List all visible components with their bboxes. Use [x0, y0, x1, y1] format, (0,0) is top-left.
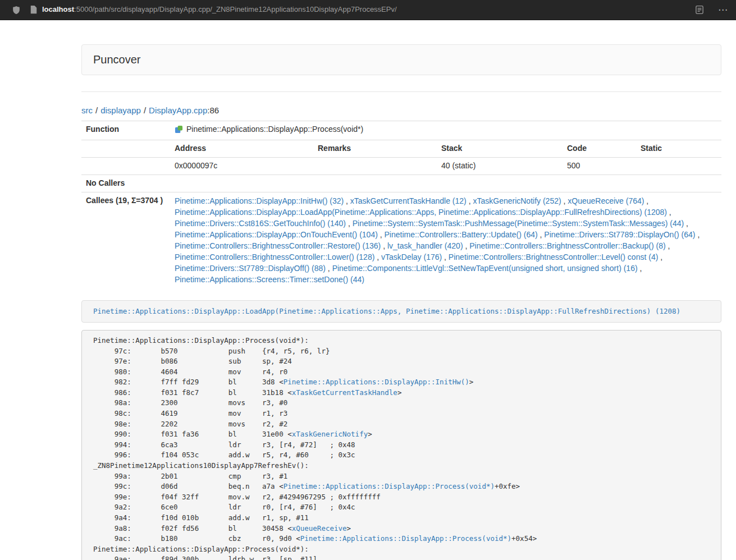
callee-link[interactable]: xQueueReceive (764) — [568, 196, 644, 205]
page-container: Puncover src/displayapp/DisplayApp.cpp:8… — [81, 44, 721, 560]
function-type-icon — [175, 125, 183, 137]
empty-cell — [81, 140, 170, 157]
breadcrumb: src/displayapp/DisplayApp.cpp:86 — [81, 104, 721, 116]
callee-link[interactable]: vTaskDelay (176) — [381, 253, 442, 261]
reader-view-icon[interactable] — [696, 6, 703, 14]
callee-link[interactable]: Pinetime::System::SystemTask::PushMessag… — [353, 219, 684, 228]
function-row-label: Function — [81, 121, 170, 140]
callee-link[interactable]: Pinetime::Applications::Screens::Timer::… — [175, 275, 364, 284]
remarks-value — [313, 157, 437, 175]
values-row: 0x0000097c 40 (static) 500 — [81, 157, 721, 175]
static-value — [636, 157, 721, 175]
callee-link[interactable]: xTaskGetCurrentTaskHandle (12) — [350, 196, 467, 205]
symbol-table: Function Pinetime::Applications::Display… — [81, 121, 721, 288]
callee-link[interactable]: Pinetime::Controllers::BrightnessControl… — [175, 253, 374, 261]
url-path: :5000/path/src/displayapp/DisplayApp.cpp… — [74, 5, 397, 13]
disassembly-code: Pinetime::Applications::DisplayApp::Proc… — [81, 330, 721, 560]
column-static: Static — [636, 140, 721, 157]
function-name: Pinetime::Applications::DisplayApp::Proc… — [186, 125, 363, 134]
function-row: Function Pinetime::Applications::Display… — [81, 121, 721, 140]
column-remarks: Remarks — [313, 140, 437, 157]
column-code: Code — [563, 140, 636, 157]
divider — [81, 91, 721, 92]
highlighted-symbol-panel: Pinetime::Applications::DisplayApp::Load… — [81, 300, 721, 323]
callee-link[interactable]: Pinetime::Drivers::St7789::DisplayOff() … — [175, 264, 326, 273]
breadcrumb-link-src[interactable]: src — [81, 105, 93, 115]
code-symbol-link[interactable]: Pinetime::Applications::DisplayApp::Init… — [284, 378, 469, 386]
no-callers-cell — [170, 175, 721, 192]
breadcrumb-link-file[interactable]: DisplayApp.cpp — [149, 105, 207, 115]
browser-menu-icon[interactable]: ⋯ — [718, 5, 728, 15]
breadcrumb-link-displayapp[interactable]: displayapp — [100, 105, 141, 115]
empty-cell — [81, 157, 170, 175]
callee-link[interactable]: Pinetime::Applications::DisplayApp::OnTo… — [175, 230, 378, 239]
callee-link[interactable]: Pinetime::Controllers::BrightnessControl… — [449, 253, 658, 261]
callee-link[interactable]: Pinetime::Drivers::Cst816S::GetTouchInfo… — [175, 219, 346, 228]
callee-link[interactable]: Pinetime::Controllers::Battery::Update()… — [385, 230, 538, 239]
address-value: 0x0000097c — [170, 157, 313, 175]
stack-value: 40 (static) — [437, 157, 563, 175]
panel-symbol-link[interactable]: Pinetime::Applications::DisplayApp::Load… — [93, 307, 680, 315]
breadcrumb-separator: / — [141, 105, 149, 115]
callees-row: Callees (19, Σ=3704 ) Pinetime::Applicat… — [81, 192, 721, 288]
app-title: Puncover — [93, 53, 141, 66]
breadcrumb-line-number: :86 — [207, 105, 219, 115]
callee-link[interactable]: Pinetime::Controllers::BrightnessControl… — [175, 241, 381, 250]
callee-link[interactable]: Pinetime::Controllers::BrightnessControl… — [469, 241, 665, 250]
callee-link[interactable]: lv_task_handler (420) — [387, 241, 463, 250]
callees-label: Callees (19, Σ=3704 ) — [81, 192, 170, 288]
no-callers-row: No Callers — [81, 175, 721, 192]
function-name-cell: Pinetime::Applications::DisplayApp::Proc… — [170, 121, 721, 140]
callee-link[interactable]: Pinetime::Drivers::St7789::DisplayOn() (… — [544, 230, 695, 239]
code-size-value: 500 — [563, 157, 636, 175]
column-stack: Stack — [437, 140, 563, 157]
app-title-panel: Puncover — [81, 44, 721, 75]
url-bar[interactable]: localhost:5000/path/src/displayapp/Displ… — [42, 4, 689, 15]
code-symbol-link[interactable]: xQueueReceive — [292, 524, 347, 533]
tracking-shield-icon[interactable] — [12, 6, 20, 15]
url-host: localhost — [42, 5, 74, 13]
browser-chrome: localhost:5000/path/src/displayapp/Displ… — [0, 0, 736, 20]
callee-link[interactable]: Pinetime::Components::LittleVgl::SetNewT… — [332, 264, 638, 273]
callee-link[interactable]: Pinetime::Applications::DisplayApp::Init… — [175, 196, 344, 205]
column-address: Address — [170, 140, 313, 157]
code-symbol-link[interactable]: Pinetime::Applications::DisplayApp::Proc… — [300, 534, 511, 543]
callee-link[interactable]: Pinetime::Applications::DisplayApp::Load… — [175, 208, 667, 217]
breadcrumb-separator: / — [93, 105, 100, 115]
callees-list: Pinetime::Applications::DisplayApp::Init… — [170, 192, 721, 288]
no-callers-label: No Callers — [81, 175, 170, 192]
code-symbol-link[interactable]: xTaskGetCurrentTaskHandle — [292, 388, 397, 397]
code-symbol-link[interactable]: xTaskGenericNotify — [292, 430, 368, 438]
columns-header-row: Address Remarks Stack Code Static — [81, 140, 721, 157]
code-symbol-link[interactable]: Pinetime::Applications::DisplayApp::Proc… — [284, 482, 495, 490]
page-security-icon[interactable] — [30, 6, 37, 14]
callee-link[interactable]: xTaskGenericNotify (252) — [473, 196, 561, 205]
